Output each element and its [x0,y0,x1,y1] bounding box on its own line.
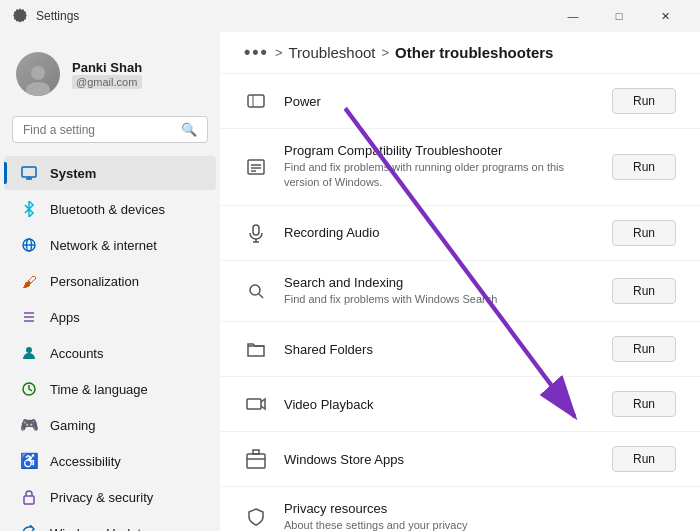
store-svg-icon [246,449,266,469]
window-title: Settings [36,9,79,23]
close-button[interactable]: ✕ [642,0,688,32]
list-item-program-compat: Program Compatibility Troubleshooter Fin… [220,129,700,206]
sidebar-item-privacy[interactable]: Privacy & security [4,480,216,514]
windows-store-text: Windows Store Apps [284,452,596,467]
sidebar-item-apps-label: Apps [50,310,80,325]
power-item-text: Power [284,94,596,109]
sidebar-item-update-label: Windows Update [50,526,148,532]
sidebar-item-privacy-label: Privacy & security [50,490,153,505]
sidebar-item-bluetooth-label: Bluetooth & devices [50,202,165,217]
privacy-icon [20,488,38,506]
power-svg-icon [246,91,266,111]
privacy-resources-icon [244,505,268,529]
window-controls: — □ ✕ [550,0,688,32]
svg-rect-28 [253,450,259,454]
video-playback-icon [244,392,268,416]
globe-icon [21,237,37,253]
program-compat-desc: Find and fix problems with running older… [284,160,596,191]
list-item-power: Power Run [220,74,700,129]
bluetooth-icon [20,200,38,218]
program-compat-run-button[interactable]: Run [612,154,676,180]
shield-svg-icon [246,507,266,527]
video-playback-run-button[interactable]: Run [612,391,676,417]
sidebar-item-bluetooth[interactable]: Bluetooth & devices [4,192,216,226]
power-title: Power [284,94,596,109]
bluetooth-svg-icon [21,201,37,217]
sidebar: Panki Shah @gmail.com 🔍 System [0,32,220,531]
search-indexing-run-button[interactable]: Run [612,278,676,304]
svg-line-24 [259,294,263,298]
svg-rect-16 [248,160,264,174]
list-item-search-indexing: Search and Indexing Find and fix problem… [220,261,700,322]
sidebar-item-personalization[interactable]: 🖌 Personalization [4,264,216,298]
update-icon [20,524,38,531]
sidebar-item-accounts[interactable]: Accounts [4,336,216,370]
sidebar-item-gaming-label: Gaming [50,418,96,433]
sidebar-item-network[interactable]: Network & internet [4,228,216,262]
app-body: Panki Shah @gmail.com 🔍 System [0,32,700,531]
shared-folders-icon [244,337,268,361]
windows-store-run-button[interactable]: Run [612,446,676,472]
windows-store-title: Windows Store Apps [284,452,596,467]
list-item-recording-audio: Recording Audio Run [220,206,700,261]
svg-rect-26 [247,399,261,409]
program-compat-icon [244,155,268,179]
sidebar-item-apps[interactable]: Apps [4,300,216,334]
recording-audio-run-button[interactable]: Run [612,220,676,246]
privacy-resources-title: Privacy resources [284,501,676,516]
shared-folders-run-button[interactable]: Run [612,336,676,362]
monitor-icon [21,165,37,181]
breadcrumb-dots[interactable]: ••• [244,42,269,63]
svg-rect-2 [22,167,36,177]
shared-folders-title: Shared Folders [284,342,596,357]
accounts-icon [20,344,38,362]
sidebar-item-system[interactable]: System [4,156,216,190]
svg-point-11 [26,347,32,353]
svg-rect-13 [24,496,34,504]
mic-svg-icon [246,223,266,243]
shared-folders-text: Shared Folders [284,342,596,357]
sidebar-item-time[interactable]: Time & language [4,372,216,406]
search-input[interactable] [23,123,173,137]
clock-icon [21,381,37,397]
search-indexing-text: Search and Indexing Find and fix problem… [284,275,596,307]
list-item-video-playback: Video Playback Run [220,377,700,432]
search-icon: 🔍 [181,122,197,137]
apps-svg-icon [21,309,37,325]
list-item-privacy-resources: Privacy resources About these settings a… [220,487,700,531]
system-icon [20,164,38,182]
user-email: @gmail.com [72,75,142,89]
program-compat-text: Program Compatibility Troubleshooter Fin… [284,143,596,191]
recording-audio-title: Recording Audio [284,225,596,240]
privacy-resources-text: Privacy resources About these settings a… [284,501,676,531]
search-indexing-icon [244,279,268,303]
accessibility-icon: ♿ [20,452,38,470]
breadcrumb-troubleshoot-link[interactable]: Troubleshoot [289,44,376,61]
sidebar-item-time-label: Time & language [50,382,148,397]
windows-store-icon [244,447,268,471]
breadcrumb: ••• > Troubleshoot > Other troubleshoote… [220,32,700,74]
video-playback-text: Video Playback [284,397,596,412]
svg-point-1 [26,82,50,96]
svg-rect-27 [247,454,265,468]
video-svg-icon [246,394,266,414]
sidebar-item-gaming[interactable]: 🎮 Gaming [4,408,216,442]
apps-icon [20,308,38,326]
gaming-icon: 🎮 [20,416,38,434]
recording-audio-text: Recording Audio [284,225,596,240]
power-run-button[interactable]: Run [612,88,676,114]
refresh-icon [21,525,37,531]
sidebar-item-update[interactable]: Windows Update [4,516,216,531]
breadcrumb-current: Other troubleshooters [395,44,553,61]
svg-rect-14 [248,95,264,107]
title-bar-left: Settings [12,8,79,24]
personalization-icon: 🖌 [20,272,38,290]
settings-icon [12,8,28,24]
search-box[interactable]: 🔍 [12,116,208,143]
maximize-button[interactable]: □ [596,0,642,32]
avatar-image [16,52,60,96]
minimize-button[interactable]: — [550,0,596,32]
sidebar-item-accessibility-label: Accessibility [50,454,121,469]
privacy-resources-desc: About these settings and your privacy [284,518,676,531]
sidebar-item-accessibility[interactable]: ♿ Accessibility [4,444,216,478]
